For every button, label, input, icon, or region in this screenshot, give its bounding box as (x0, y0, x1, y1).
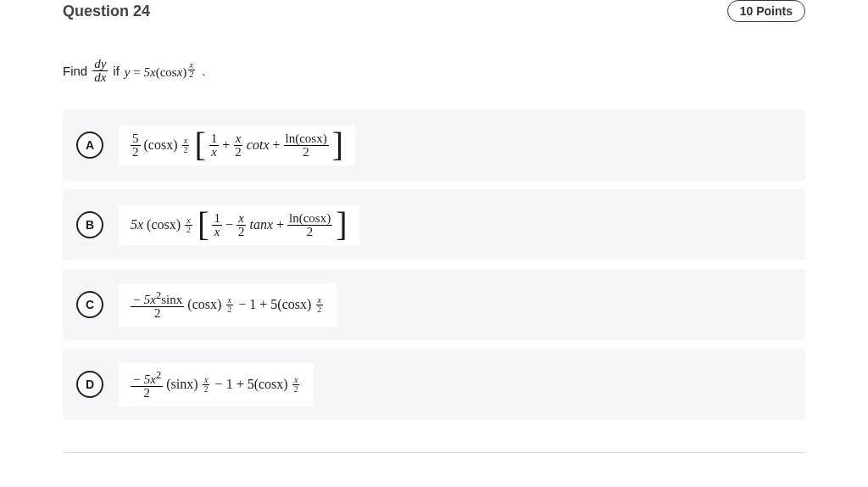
frac-dy-dx: dy dx (92, 58, 108, 84)
prompt-period: . (202, 64, 205, 78)
option-c-body: − 5x2sinx 2 (cosx)x2 − 1 + 5(cosx)x2 (119, 283, 337, 327)
option-letter-a: A (76, 132, 103, 159)
exponent-x-over-2: x2 (187, 61, 195, 79)
prompt-find: Find (63, 64, 87, 78)
option-d-body: − 5x2 2 (sinx)x2 − 1 + 5(cosx)x2 (119, 363, 314, 406)
option-letter-c: C (76, 291, 103, 318)
divider (63, 452, 805, 453)
option-letter-b: B (76, 211, 103, 238)
options-list: A 5 2 (cosx)x2 [ 1 x + x 2 cotx + (63, 109, 805, 420)
prompt-if: if (113, 64, 120, 78)
option-b-body: 5x (cosx)x2 [ 1 x − x 2 tanx + ln(cosx) … (119, 205, 359, 245)
option-a-body: 5 2 (cosx)x2 [ 1 x + x 2 cotx + ln(cosx) (119, 126, 355, 165)
option-b[interactable]: B 5x (cosx)x2 [ 1 x − x 2 tanx + ln(cosx… (63, 189, 805, 260)
prompt-eq: y = 5x(cosx)x2 (125, 61, 197, 80)
option-letter-d: D (76, 371, 103, 398)
option-d[interactable]: D − 5x2 2 (sinx)x2 − 1 + 5(cosx)x2 (63, 349, 805, 420)
question-title: Question 24 (63, 3, 150, 20)
option-a[interactable]: A 5 2 (cosx)x2 [ 1 x + x 2 cotx + (63, 109, 805, 181)
question-prompt: Find dy dx if y = 5x(cosx)x2 . (63, 58, 805, 84)
option-c[interactable]: C − 5x2sinx 2 (cosx)x2 − 1 + 5(cosx)x2 (63, 269, 805, 340)
points-badge: 10 Points (727, 0, 805, 22)
